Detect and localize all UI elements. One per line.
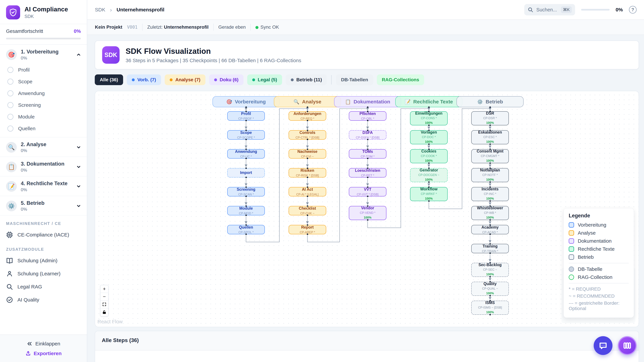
flow-node-quellen[interactable]: QuellenCP-SPOL *: [227, 225, 265, 234]
node-progress-value: 100%: [486, 140, 494, 144]
flow-node-vendor[interactable]: VendorCP-VEND *100%: [349, 206, 386, 220]
flow-header-card: SDK SDK Flow Visualization 36 Steps in 5…: [95, 40, 639, 69]
flow-node-training[interactable]: TrainingCP-TRAIN *: [471, 244, 509, 253]
flow-canvas[interactable]: + − React Flow Legende VorbereitungAnaly…: [95, 91, 639, 327]
fit-view-button[interactable]: [100, 301, 108, 308]
flow-node-dsr[interactable]: DSRCP-DSR *100%: [471, 111, 509, 125]
sidebar-section-1[interactable]: 🎯1. Vorbereitung0%: [0, 45, 87, 64]
flow-node-pflichten[interactable]: PflichtenCP-OBL *: [349, 111, 386, 121]
sidebar-step-profil[interactable]: Profil: [0, 64, 87, 76]
flow-node-generator[interactable]: GeneratorCP-DOCGEN ~100%: [410, 168, 448, 182]
flow-node-nachweise[interactable]: NachweiseCP-EVI ~: [289, 149, 326, 159]
flow-node-workflow[interactable]: WorkflowCP-WRKF *100%: [410, 187, 448, 201]
flow-node-dsfa[interactable]: DSFACP-DSFA * [DSB]: [349, 130, 386, 140]
search-shortcut-kbd: ⌘K: [561, 6, 572, 13]
sidebar-item-ce-compliance[interactable]: CE-Compliance (IACE): [0, 228, 87, 241]
sidebar-section-2[interactable]: 🔍2. Analyse0%: [0, 137, 87, 157]
flow-node-eskalationen[interactable]: EskalationenCP-ESC *100%: [471, 130, 509, 144]
flow-node-import[interactable]: Import: [227, 168, 265, 177]
node-title: Pflichten: [360, 111, 376, 116]
filter-label: Analyse (7): [175, 77, 200, 82]
section-emoji-icon: 📝: [6, 181, 17, 192]
package-header-betrieb[interactable]: ⚙️Betrieb: [456, 96, 524, 107]
package-label: Dokumentation: [354, 99, 390, 105]
filter-all[interactable]: Alle (36): [95, 74, 123, 85]
sidebar-section-5[interactable]: ⚙️5. Betrieb0%: [0, 196, 87, 216]
filter-legal[interactable]: Legal (5): [247, 74, 282, 85]
sidebar-item-schulung-learner[interactable]: Schulung (Learner): [0, 267, 87, 280]
flow-node-module[interactable]: ModuleCP-MOD *: [227, 206, 265, 215]
node-progress-value: 100%: [486, 197, 494, 200]
flow-node-academy[interactable]: AcademyCP-ACAD *: [471, 225, 509, 234]
flow-node-loeschfristen[interactable]: LoeschfristenCP-RET *: [349, 168, 386, 177]
filter-rag[interactable]: RAG-Collections: [377, 74, 424, 85]
flow-node-notfallplan[interactable]: NotfallplanCP-NOTF *100%: [471, 168, 509, 182]
flow-node-whistleblower[interactable]: WhistleblowerCP-WB *100%: [471, 206, 509, 220]
sidebar-step-scope[interactable]: Scope: [0, 76, 87, 87]
zoom-in-button[interactable]: +: [100, 285, 108, 293]
filter-betrieb[interactable]: Betrieb (11): [286, 74, 327, 85]
flow-node-scope[interactable]: ScopeCP-SCOPE *: [227, 130, 265, 140]
package-header-vorb[interactable]: 🎯Vorbereitung: [212, 96, 280, 107]
breadcrumb-sdk[interactable]: SDK: [95, 7, 105, 12]
filter-vorb[interactable]: Vorb. (7): [127, 74, 161, 85]
flow-node-risiken[interactable]: RisikenCP-RISK * [DSB]: [289, 168, 326, 177]
sidebar-item-legal-rag[interactable]: Legal RAG: [0, 280, 87, 293]
flow-node-sec-backlog[interactable]: Sec-BacklogCP-SEC ~100%: [471, 263, 509, 277]
sidebar-step-module[interactable]: Module: [0, 111, 87, 123]
flow-node-einwilligungen[interactable]: EinwilligungenCP-CONS *100%: [410, 111, 448, 125]
flow-node-controls[interactable]: ControlsCP-CTRL * [DSB]: [289, 130, 326, 140]
flow-node-report[interactable]: ReportCP-AREP *: [289, 225, 326, 234]
export-button[interactable]: Exportieren: [25, 351, 62, 356]
category-dot: [132, 78, 135, 81]
board-view-button[interactable]: [618, 336, 636, 355]
help-button[interactable]: ?: [629, 6, 636, 13]
flow-node-vorlagen[interactable]: VorlagenCP-DOC *100%: [410, 130, 448, 144]
flow-node-quality[interactable]: QualityCP-QUAL ~100%: [471, 282, 509, 296]
header-progress-value: 0%: [616, 7, 623, 12]
node-code: CP-SCAN *: [238, 193, 254, 196]
flow-node-checklist[interactable]: ChecklistCP-CHK ~: [289, 206, 326, 215]
node-title: Vendor: [361, 206, 374, 211]
chevrons-left-icon: [27, 341, 32, 347]
zoom-out-button[interactable]: −: [100, 293, 108, 301]
section-progress: 0%: [21, 207, 72, 212]
sidebar-section-4[interactable]: 📝4. Rechtliche Texte0%: [0, 176, 87, 196]
node-code: CP-UC *: [240, 155, 252, 158]
node-code: CP-INC *: [484, 192, 496, 196]
flow-node-vvt[interactable]: VVTCP-VVT * [DSB]: [349, 187, 386, 196]
flow-node-toms[interactable]: TOMsCP-TOM *: [349, 149, 386, 159]
sidebar-item-schulung-admin[interactable]: Schulung (Admin): [0, 254, 87, 267]
collapse-sidebar-button[interactable]: Einklappen: [23, 339, 64, 348]
package-header-doku[interactable]: 📋Dokumentation: [334, 96, 401, 107]
search-input[interactable]: Suchen... ⌘K: [524, 4, 575, 15]
flow-node-consent-mgmt[interactable]: Consent MgmtCP-CMGMT *100%: [471, 149, 509, 163]
chat-assistant-button[interactable]: [594, 336, 612, 355]
filter-analyse[interactable]: Analyse (7): [165, 74, 205, 85]
filter-doku[interactable]: Doku (6): [209, 74, 244, 85]
lock-button[interactable]: [100, 308, 108, 316]
flow-node-profil[interactable]: ProfilCP-PROF *: [227, 111, 265, 121]
flow-node-cookies[interactable]: CookiesCP-COOK *100%: [410, 149, 448, 163]
sidebar-step-quellen[interactable]: Quellen: [0, 123, 87, 134]
flow-node-screening[interactable]: ScreeningCP-SCAN *: [227, 187, 265, 196]
filter-label: Doku (6): [220, 77, 238, 82]
package-emoji-icon: 🎯: [226, 99, 232, 105]
flow-node-anwendung[interactable]: AnwendungCP-UC *: [227, 149, 265, 159]
sidebar-item-ai-quality[interactable]: AI Quality: [0, 293, 87, 306]
sidebar-section-3[interactable]: 📋3. Dokumentation0%: [0, 157, 87, 176]
node-title: Loeschfristen: [355, 168, 380, 173]
package-header-legal[interactable]: 📝Rechtliche Texte: [395, 96, 462, 107]
flow-node-anforderungen[interactable]: AnforderungenCP-REQ *: [289, 111, 326, 121]
node-code: CP-PROF *: [238, 117, 254, 120]
flow-node-isms[interactable]: ISMSCP-ISMS ~ [DSB]100%: [471, 301, 509, 315]
sidebar-step-screening[interactable]: Screening: [0, 99, 87, 111]
flow-node-ai-act[interactable]: AI ActCP-AI * [LEGAL]: [289, 187, 326, 196]
step-status-circle: [8, 90, 14, 96]
sidebar-step-anwendung[interactable]: Anwendung: [0, 87, 87, 99]
cpu-icon: [6, 231, 13, 238]
filter-db[interactable]: DB-Tabellen: [336, 74, 373, 85]
sidebar-item-label: AI Quality: [18, 297, 39, 303]
package-header-analyse[interactable]: 🔍Analyse: [274, 96, 341, 107]
flow-node-incidents[interactable]: IncidentsCP-INC *100%: [471, 187, 509, 201]
